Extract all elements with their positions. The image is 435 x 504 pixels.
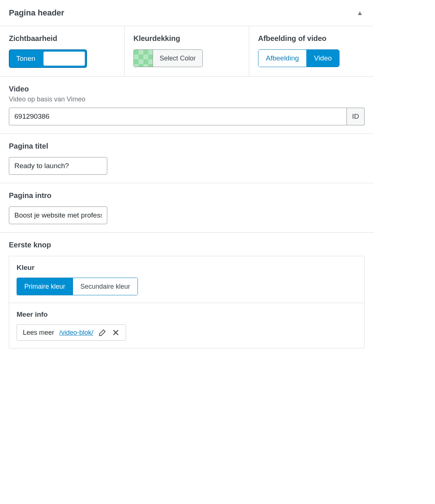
collapse-icon[interactable]: ▲ — [356, 9, 365, 17]
page-intro-input[interactable] — [9, 206, 107, 224]
color-picker[interactable]: Select Color — [133, 49, 203, 67]
video-helper: Video op basis van Vimeo — [9, 95, 365, 103]
button-color-block: Kleur Primaire kleur Secundaire kleur — [9, 256, 364, 303]
header-options-row: Zichtbaarheid Tonen Kleurdekking Select … — [0, 26, 373, 77]
page-intro-section: Pagina intro — [0, 183, 373, 233]
media-type-cell: Afbeelding of video Afbeelding Video — [249, 26, 373, 77]
video-id-suffix: ID — [347, 108, 365, 125]
select-color-button: Select Color — [153, 50, 202, 67]
button-link-text: Lees meer — [23, 329, 54, 337]
panel-header[interactable]: Pagina header ▲ — [0, 0, 373, 26]
first-button-panel: Kleur Primaire kleur Secundaire kleur Me… — [9, 256, 365, 348]
visibility-label: Zichtbaarheid — [9, 34, 115, 43]
media-type-video-button[interactable]: Video — [306, 50, 339, 67]
media-type-segmented: Afbeelding Video — [258, 49, 340, 67]
button-color-label: Kleur — [17, 264, 357, 272]
color-overlay-cell: Kleurdekking Select Color — [124, 26, 249, 77]
button-color-primary[interactable]: Primaire kleur — [17, 278, 73, 295]
visibility-toggle[interactable]: Tonen — [9, 49, 87, 68]
first-button-section: Eerste knop Kleur Primaire kleur Secunda… — [0, 233, 373, 357]
page-intro-label: Pagina intro — [9, 191, 365, 200]
button-link-label: Meer info — [17, 310, 357, 319]
video-section: Video Video op basis van Vimeo ID — [0, 77, 373, 134]
button-link-block: Meer info Lees meer /video-blok/ — [9, 303, 364, 348]
video-id-input[interactable] — [9, 108, 347, 125]
button-link-url[interactable]: /video-blok/ — [59, 329, 93, 337]
button-color-secondary[interactable]: Secundaire kleur — [73, 278, 138, 295]
media-type-label: Afbeelding of video — [258, 34, 365, 43]
video-input-row: ID — [9, 108, 365, 125]
page-title-label: Pagina titel — [9, 142, 365, 150]
video-label: Video — [9, 85, 365, 93]
button-color-segmented: Primaire kleur Secundaire kleur — [17, 278, 138, 295]
page-title-section: Pagina titel — [0, 134, 373, 183]
panel-title: Pagina header — [9, 8, 64, 18]
color-swatch-icon — [134, 50, 153, 67]
visibility-toggle-handle — [44, 52, 85, 66]
page-title-input[interactable] — [9, 157, 107, 175]
first-button-label: Eerste knop — [9, 241, 365, 249]
visibility-cell: Zichtbaarheid Tonen — [0, 26, 124, 77]
media-type-image-button[interactable]: Afbeelding — [258, 50, 306, 67]
close-icon[interactable] — [112, 329, 120, 337]
edit-icon[interactable] — [98, 329, 107, 337]
color-overlay-label: Kleurdekking — [133, 34, 240, 43]
button-link-pill: Lees meer /video-blok/ — [17, 324, 126, 341]
visibility-toggle-active: Tonen — [10, 50, 42, 67]
